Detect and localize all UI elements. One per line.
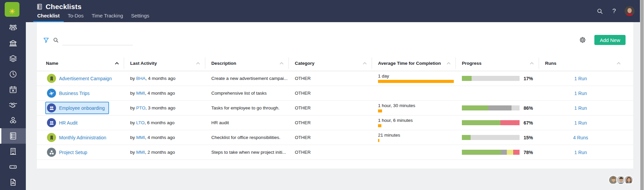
table-row[interactable]: Monthly Administration by MMI, 4 months … [37,130,633,145]
tab-checklist[interactable]: Checklist [33,13,64,22]
table-row[interactable]: Employee onboarding by PTO, 3 months ago… [37,101,633,115]
filter-icon[interactable] [43,37,49,43]
last-activity-cell: by MMI, 4 months ago [124,91,205,96]
avg-time-label: 1 hour, 30 minutes [378,103,456,108]
runs-link[interactable]: 4 Runs [573,135,588,140]
column-header-category[interactable]: Category [289,57,372,69]
calendar-x-icon [9,85,17,94]
column-header-description[interactable]: Description [205,57,289,69]
author-link[interactable]: MMI [136,150,145,155]
name-cell-box[interactable]: Monthly Administration [45,131,111,144]
activity-prefix: by [130,76,136,81]
name-cell-box[interactable]: Business Trips [45,87,94,99]
column-header-last-activity[interactable]: Last Activity [124,57,205,69]
sort-none-icon [530,62,534,65]
column-label: Runs [545,61,556,66]
scrollbar-thumb[interactable] [640,0,644,190]
table-search-icon[interactable] [53,37,59,43]
progress-label: 86% [524,105,533,111]
progress-segment-gray [488,105,512,110]
runs-link[interactable]: 1 Run [574,150,587,155]
search-input[interactable] [62,35,133,45]
avatar-woman-brown-hair[interactable] [624,175,633,185]
sidebar-item-handshake[interactable] [0,97,26,113]
vertical-scrollbar[interactable] [640,0,644,190]
user-avatar[interactable] [625,6,635,16]
table-row[interactable]: Project Setup by MMI, 2 months ago Steps… [37,145,633,160]
checklist-name-link[interactable]: HR Audit [59,120,77,126]
column-header-average-time-for-completion[interactable]: Average Time for Completion [372,57,456,69]
checklists-icon [9,132,17,140]
sidebar-item-users[interactable] [0,20,26,36]
cubes-icon [9,116,17,125]
sidebar-item-bank[interactable] [0,36,26,51]
progress-bar [462,105,520,110]
checklist-name-link[interactable]: Employee onboarding [59,105,105,111]
sort-none-icon [196,62,200,65]
tab-settings[interactable]: Settings [127,13,153,22]
column-header-progress[interactable]: Progress [456,57,539,69]
runs-cell: 4 Runs [539,135,626,140]
sidebar-item-checklists[interactable] [0,128,26,144]
name-cell-box[interactable]: Employee onboarding [45,102,109,114]
sun-logo-icon: ☀ [9,7,15,17]
name-cell: Project Setup [45,146,124,158]
category-cell: OTHER [289,76,372,81]
activity-suffix: , 4 months ago [145,135,175,140]
category-cell: OTHER [289,150,372,155]
category-cell: OTHER [289,135,372,140]
description-cell: Comprehensive list of tasks [205,91,289,96]
table-row[interactable]: Business Trips by MMI, 4 months ago Comp… [37,86,633,101]
author-link[interactable]: MMI [136,91,145,96]
progress-bar [462,135,520,140]
table-row[interactable]: Advertisement Campaign by BHA, 4 months … [37,71,633,86]
author-link[interactable]: BHA [136,76,146,81]
sidebar-item-building[interactable] [0,144,26,159]
column-header-runs[interactable]: Runs [539,57,626,69]
sidebar-item-report[interactable] [0,175,26,190]
gear-icon[interactable] [579,36,586,44]
tab-time-tracking[interactable]: Time Tracking [88,13,127,22]
help-icon[interactable]: ? [612,7,616,15]
avg-time-bar [378,109,382,112]
author-link[interactable]: LTO [136,120,145,125]
progress-segment-green [462,105,488,110]
org-building-icon [47,74,56,83]
runs-link[interactable]: 1 Run [574,76,587,81]
table-row[interactable]: HR Audit by LTO, 6 months ago HR audit O… [37,115,633,130]
footer-avatars [610,175,633,185]
checklist-name-link[interactable]: Monthly Administration [59,135,106,140]
runs-cell: 1 Run [539,105,626,111]
name-cell-box[interactable]: Advertisement Campaign [45,72,116,85]
app-logo[interactable]: ☀ [5,2,19,17]
runs-link[interactable]: 1 Run [574,120,587,126]
sidebar-item-calendar-x[interactable] [0,82,26,97]
checklist-name-link[interactable]: Advertisement Campaign [59,76,112,81]
description-cell: Create a new advertisement campai... [205,76,289,81]
layers-icon [9,54,17,63]
progress-segment-green [462,76,472,81]
column-header-name[interactable]: Name [45,57,124,69]
name-cell-box[interactable]: HR Audit [45,116,82,129]
avg-time-cell: 1 hour, 6 minutes [372,118,456,127]
sidebar-item-layers[interactable] [0,51,26,66]
activity-prefix: by [130,150,136,155]
topbar-right: ? [596,0,635,22]
checklist-name-link[interactable]: Project Setup [59,150,87,155]
tab-to-dos[interactable]: To-Dos [64,13,88,22]
search-icon[interactable] [596,8,603,15]
name-cell-box[interactable]: Project Setup [45,146,92,158]
author-link[interactable]: PTO [136,105,146,110]
column-label: Description [211,61,236,66]
sidebar-item-drive[interactable] [0,159,26,175]
progress-cell: 67% [456,120,539,126]
runs-link[interactable]: 1 Run [574,91,587,96]
add-new-button[interactable]: Add New [594,35,626,45]
runs-link[interactable]: 1 Run [574,105,587,111]
last-activity-cell: by MMI, 4 months ago [124,135,205,140]
cubes-3d-icon [47,148,56,157]
sidebar-item-cubes[interactable] [0,113,26,128]
author-link[interactable]: MMI [136,135,145,140]
checklist-name-link[interactable]: Business Trips [59,91,90,96]
sidebar-item-clock[interactable] [0,66,26,82]
